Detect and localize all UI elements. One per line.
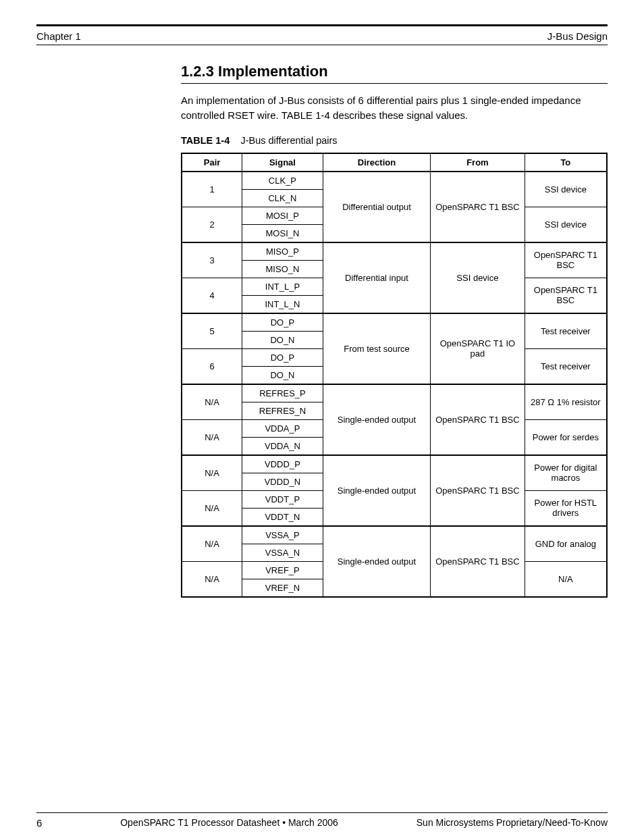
- cell-signal: VREF_N: [242, 579, 323, 597]
- cell-signal: VDDA_P: [242, 419, 323, 437]
- cell-from: OpenSPARC T1 BSC: [431, 172, 525, 242]
- cell-pair: 6: [182, 348, 242, 384]
- cell-pair: N/A: [182, 490, 242, 526]
- cell-direction: Single-ended output: [323, 526, 430, 597]
- content-area: 1.2.3 Implementation An implementation o…: [181, 63, 608, 598]
- table-row: N/AVSSA_PSingle-ended outputOpenSPARC T1…: [182, 526, 607, 544]
- cell-pair: N/A: [182, 384, 242, 420]
- header-right: J-Bus Design: [547, 30, 608, 42]
- cell-signal: CLK_P: [242, 172, 323, 190]
- cell-from: OpenSPARC T1 BSC: [431, 455, 525, 526]
- cell-direction: Single-ended output: [323, 455, 430, 526]
- table-header-row: Pair Signal Direction From To: [182, 153, 607, 172]
- cell-signal: DO_P: [242, 348, 323, 366]
- table-row: 5DO_PFrom test sourceOpenSPARC T1 IO pad…: [182, 313, 607, 332]
- cell-from: OpenSPARC T1 BSC: [431, 384, 525, 455]
- cell-signal: VREF_P: [242, 561, 323, 579]
- spec-table: Pair Signal Direction From To 1CLK_PDiff…: [181, 153, 608, 598]
- cell-to: 287 Ω 1% resistor: [525, 384, 607, 420]
- cell-pair: 2: [182, 207, 242, 242]
- cell-signal: REFRES_N: [242, 402, 323, 419]
- cell-signal: VDDD_N: [242, 473, 323, 490]
- cell-signal: VSSA_P: [242, 526, 323, 544]
- col-to: To: [525, 153, 607, 172]
- col-direction: Direction: [323, 153, 430, 172]
- cell-pair: N/A: [182, 455, 242, 491]
- cell-signal: INT_L_P: [242, 278, 323, 295]
- cell-signal: DO_N: [242, 366, 323, 384]
- table-row: 1CLK_PDifferential outputOpenSPARC T1 BS…: [182, 172, 607, 190]
- cell-pair: 4: [182, 278, 242, 313]
- cell-signal: VDDT_P: [242, 490, 323, 508]
- caption-text: J-Bus differential pairs: [240, 135, 337, 146]
- col-pair: Pair: [182, 153, 242, 172]
- cell-signal: VDDA_N: [242, 437, 323, 455]
- footer-right: Sun Microsystems Proprietary/Need-To-Kno…: [417, 817, 608, 829]
- cell-signal: VDDD_P: [242, 455, 323, 473]
- cell-direction: From test source: [323, 313, 430, 384]
- section-title: 1.2.3 Implementation: [181, 63, 608, 80]
- running-header: Chapter 1 J-Bus Design: [36, 26, 608, 45]
- cell-pair: N/A: [182, 526, 242, 562]
- cell-pair: N/A: [182, 561, 242, 597]
- cell-to: Test receiver: [525, 348, 607, 384]
- cell-signal: VDDT_N: [242, 508, 323, 526]
- cell-from: OpenSPARC T1 IO pad: [431, 313, 525, 384]
- cell-to: Power for digital macros: [525, 455, 607, 491]
- cell-to: SSI device: [525, 172, 607, 207]
- caption-label: TABLE 1-4: [181, 135, 230, 146]
- cell-pair: 1: [182, 172, 242, 207]
- cell-direction: Single-ended output: [323, 384, 430, 455]
- table-caption: TABLE 1-4 J-Bus differential pairs: [181, 135, 608, 146]
- cell-to: Power for HSTL drivers: [525, 490, 607, 526]
- cell-signal: CLK_N: [242, 189, 323, 207]
- cell-pair: 5: [182, 313, 242, 349]
- cell-signal: MISO_P: [242, 242, 323, 261]
- cell-to: N/A: [525, 561, 607, 597]
- cell-signal: VSSA_N: [242, 544, 323, 561]
- table-row: 3MISO_PDifferential inputSSI deviceOpenS…: [182, 242, 607, 261]
- cell-direction: Differential input: [323, 242, 430, 313]
- cell-signal: REFRES_P: [242, 384, 323, 402]
- col-signal: Signal: [242, 153, 323, 172]
- footer-title: OpenSPARC T1 Processor Datasheet • March…: [120, 817, 338, 829]
- cell-signal: DO_N: [242, 331, 323, 348]
- cell-to: Test receiver: [525, 313, 607, 349]
- cell-to: Power for serdes: [525, 419, 607, 455]
- page: Chapter 1 J-Bus Design 1.2.3 Implementat…: [0, 24, 644, 834]
- cell-to: OpenSPARC T1 BSC: [525, 278, 607, 313]
- page-number: 6: [36, 817, 42, 829]
- cell-to: GND for analog: [525, 526, 607, 562]
- footer: 6 OpenSPARC T1 Processor Datasheet • Mar…: [36, 812, 608, 829]
- cell-from: SSI device: [431, 242, 525, 313]
- cell-to: OpenSPARC T1 BSC: [525, 242, 607, 278]
- section-paragraph: An implementation of J-Bus consists of 6…: [181, 93, 608, 123]
- cell-to: SSI device: [525, 207, 607, 242]
- section-rule: [181, 83, 608, 84]
- footer-rule: [36, 812, 608, 813]
- cell-signal: MOSI_P: [242, 207, 323, 224]
- cell-direction: Differential output: [323, 172, 430, 242]
- cell-signal: MISO_N: [242, 260, 323, 278]
- col-from: From: [431, 153, 525, 172]
- cell-signal: DO_P: [242, 313, 323, 332]
- cell-pair: N/A: [182, 419, 242, 455]
- table-row: N/AVDDD_PSingle-ended outputOpenSPARC T1…: [182, 455, 607, 473]
- header-left: Chapter 1: [36, 30, 81, 42]
- cell-signal: MOSI_N: [242, 224, 323, 242]
- table-row: N/AREFRES_PSingle-ended outputOpenSPARC …: [182, 384, 607, 402]
- cell-signal: INT_L_N: [242, 295, 323, 313]
- cell-from: OpenSPARC T1 BSC: [431, 526, 525, 597]
- cell-pair: 3: [182, 242, 242, 278]
- header-underline: [36, 45, 608, 45]
